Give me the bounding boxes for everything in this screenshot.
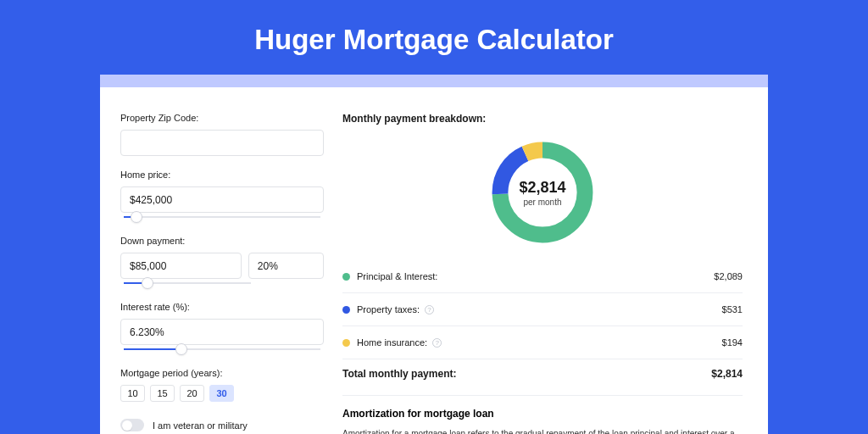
legend-row: Principal & Interest:$2,089 <box>342 264 743 289</box>
down-payment-slider[interactable] <box>120 278 254 288</box>
inputs-column: Property Zip Code: Home price: Down paym… <box>120 113 324 434</box>
divider <box>342 326 743 326</box>
legend-row: Property taxes: ?$531 <box>342 297 743 322</box>
period-option-10[interactable]: 10 <box>120 385 145 402</box>
zip-field: Property Zip Code: <box>120 113 324 156</box>
donut-chart: $2,814 per month <box>487 136 598 248</box>
period-option-15[interactable]: 15 <box>150 385 175 402</box>
info-icon[interactable]: ? <box>425 305 434 314</box>
total-row: Total monthly payment: $2,814 <box>342 363 743 392</box>
slider-thumb[interactable] <box>142 277 153 289</box>
down-payment-pct-input[interactable] <box>248 253 324 279</box>
amortization-body: Amortization for a mortgage loan refers … <box>342 428 743 434</box>
legend-row: Home insurance: ?$194 <box>342 330 743 355</box>
breakdown-column: Monthly payment breakdown: $2,814 per mo… <box>342 113 743 434</box>
divider <box>342 292 743 293</box>
interest-rate-input[interactable] <box>120 319 324 345</box>
home-price-input[interactable] <box>120 186 324 213</box>
veteran-toggle[interactable] <box>120 419 144 431</box>
zip-input[interactable] <box>120 130 324 156</box>
veteran-label: I am veteran or military <box>153 420 248 431</box>
calculator-card: Property Zip Code: Home price: Down paym… <box>100 87 768 434</box>
mortgage-period-options: 10152030 <box>120 385 324 402</box>
home-price-field: Home price: <box>120 170 324 222</box>
legend-dot <box>342 306 350 314</box>
mortgage-period-field: Mortgage period (years): 10152030 <box>120 368 324 402</box>
period-option-20[interactable]: 20 <box>180 385 204 402</box>
legend-label: Property taxes: ? <box>357 304 722 314</box>
calculator-frame: Property Zip Code: Home price: Down paym… <box>100 75 768 434</box>
legend-value: $2,089 <box>714 271 743 281</box>
donut-chart-wrap: $2,814 per month <box>342 136 743 248</box>
total-value: $2,814 <box>711 368 743 380</box>
breakdown-title: Monthly payment breakdown: <box>342 113 743 125</box>
legend-label: Home insurance: ? <box>357 337 722 348</box>
info-icon[interactable]: ? <box>432 338 442 348</box>
divider <box>342 395 743 396</box>
amortization-title: Amortization for mortgage loan <box>342 408 743 420</box>
veteran-toggle-row: I am veteran or military <box>120 419 324 431</box>
breakdown-legend: Principal & Interest:$2,089Property taxe… <box>342 264 743 355</box>
legend-value: $531 <box>722 304 743 314</box>
interest-rate-slider[interactable] <box>120 344 324 354</box>
legend-dot <box>342 273 350 281</box>
home-price-label: Home price: <box>120 170 324 180</box>
donut-center: $2,814 per month <box>487 136 598 248</box>
legend-dot <box>342 339 350 347</box>
toggle-knob <box>122 420 132 431</box>
slider-thumb[interactable] <box>131 211 142 223</box>
divider <box>342 359 743 359</box>
zip-label: Property Zip Code: <box>120 113 324 123</box>
legend-label: Principal & Interest: <box>357 271 714 281</box>
page-title: Huger Mortgage Calculator <box>0 0 868 75</box>
donut-amount: $2,814 <box>519 179 565 197</box>
home-price-slider[interactable] <box>120 212 324 222</box>
down-payment-amount-input[interactable] <box>120 253 242 279</box>
down-payment-field: Down payment: <box>120 236 324 288</box>
legend-value: $194 <box>722 337 743 348</box>
period-option-30[interactable]: 30 <box>209 385 234 402</box>
mortgage-period-label: Mortgage period (years): <box>120 368 324 378</box>
interest-rate-label: Interest rate (%): <box>120 302 324 312</box>
interest-rate-field: Interest rate (%): <box>120 302 324 354</box>
donut-sub: per month <box>523 198 561 207</box>
slider-thumb[interactable] <box>175 343 187 355</box>
down-payment-label: Down payment: <box>120 236 324 246</box>
total-label: Total monthly payment: <box>342 368 711 380</box>
